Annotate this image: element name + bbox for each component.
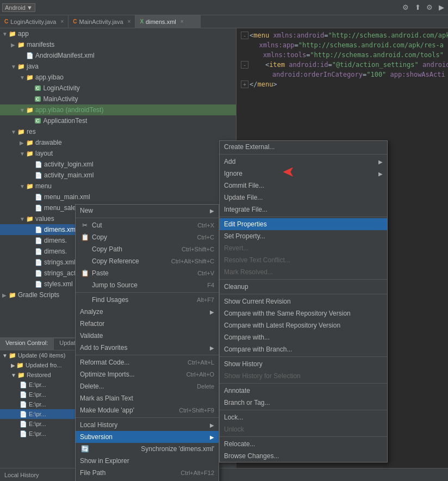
vc-icon-file1: 📄 — [20, 381, 27, 388]
submenu-compare-branch[interactable]: Compare with Branch... — [220, 343, 387, 355]
menu-make-module[interactable]: Make Module 'app' Ctrl+Shift+F9 — [76, 404, 219, 416]
menu-delete[interactable]: Delete... Delete — [76, 380, 219, 392]
menu-subversion[interactable]: Subversion ▶ — [76, 431, 219, 443]
submenu-divider-6 — [220, 383, 387, 384]
tree-item-menu-main-xml[interactable]: ▶ 📄 menu_main.xml — [0, 192, 236, 202]
menu-show-explorer[interactable]: Show in Explorer — [76, 455, 219, 467]
tab-login[interactable]: C LoginActivity.java × — [0, 15, 69, 28]
tree-item-res[interactable]: ▼ 📁 res — [0, 126, 236, 137]
submenu-integrate-file[interactable]: Integrate File... — [220, 203, 387, 215]
menu-paste[interactable]: 📋 Paste Ctrl+V — [76, 267, 219, 279]
submenu-create-external[interactable]: Create External... — [220, 141, 387, 153]
submenu-show-current-revision[interactable]: Show Current Revision — [220, 295, 387, 307]
bottom-status-bar: Local History — [0, 468, 448, 481]
tab-dimens-close[interactable]: × — [181, 18, 184, 24]
submenu-compare-latest[interactable]: Compare with Latest Repository Version — [220, 319, 387, 331]
submenu-set-property[interactable]: Set Property... — [220, 230, 387, 242]
submenu-browse-changes[interactable]: Browse Changes... — [220, 450, 387, 462]
menu-reformat-code[interactable]: Reformat Code... Ctrl+Alt+L — [76, 356, 219, 368]
menu-find-usages[interactable]: Find Usages Alt+F7 — [76, 294, 219, 306]
submenu-lock-label: Lock... — [224, 414, 243, 421]
vc-tab-version-control[interactable]: Version Control: — [0, 338, 54, 350]
menu-compare-file[interactable]: Compare File with Editor — [76, 479, 219, 481]
menu-optimize-imports[interactable]: Optimize Imports... Ctrl+Alt+O — [76, 368, 219, 380]
settings-icon[interactable]: ⚙ — [401, 3, 410, 12]
submenu-commit-file[interactable]: Commit File... — [220, 180, 387, 192]
xml-icon-dimens3: 📄 — [35, 248, 42, 255]
folder-icon-appyibao: 📁 — [26, 74, 34, 81]
menu-file-path[interactable]: File Path Ctrl+Alt+F12 — [76, 467, 219, 479]
submenu-ignore[interactable]: Ignore ▶ — [220, 168, 387, 180]
submenu-ignore-label: Ignore — [224, 170, 242, 177]
menu-copy-path[interactable]: Copy Path Ctrl+Shift+C — [76, 243, 219, 255]
android-dropdown[interactable]: Android ▼ — [2, 3, 35, 12]
fold-icon-6[interactable]: + — [241, 81, 248, 88]
tree-item-appyibao[interactable]: ▼ 📁 app.yibao — [0, 72, 236, 83]
submenu-unlock[interactable]: Unlock — [220, 423, 387, 435]
menu-add-favorites[interactable]: Add to Favorites ▶ — [76, 342, 219, 354]
folder-icon-menu: 📁 — [26, 183, 34, 190]
tab-main-close[interactable]: × — [128, 18, 131, 24]
tree-item-menu[interactable]: ▼ 📁 menu — [0, 181, 236, 192]
tab-main[interactable]: C MainActivity.java × — [69, 15, 135, 28]
menu-local-history[interactable]: Local History ▶ — [76, 419, 219, 431]
submenu-add-label: Add — [224, 158, 235, 165]
menu-copy-reference[interactable]: Copy Reference Ctrl+Alt+Shift+C — [76, 255, 219, 267]
submenu-compare-with[interactable]: Compare with... — [220, 331, 387, 343]
submenu-relocate[interactable]: Relocate... — [220, 438, 387, 450]
tab-login-close[interactable]: × — [60, 18, 64, 24]
submenu-compare-same-repo[interactable]: Compare with the Same Repository Version — [220, 307, 387, 319]
divider-4 — [76, 417, 219, 418]
submenu-show-history[interactable]: Show History — [220, 358, 387, 370]
fold-icon-4[interactable]: - — [241, 61, 248, 69]
arrow-drawable: ▶ — [20, 140, 25, 146]
menu-synchronize[interactable]: 🔄 Synchronize 'dimens.xml' — [76, 443, 219, 455]
title-bar-icons: ⚙ ⬆ ⚙ ▶ — [401, 3, 446, 12]
tree-item-layout[interactable]: ▼ 📁 layout — [0, 148, 236, 159]
submenu-cleanup[interactable]: Cleanup — [220, 281, 387, 293]
submenu-edit-properties[interactable]: Edit Properties — [220, 218, 387, 230]
submenu-show-history-selection[interactable]: Show History for Selection — [220, 370, 387, 382]
menu-copy-path-shortcut: Ctrl+Shift+C — [182, 246, 214, 252]
run-icon[interactable]: ▶ — [437, 3, 446, 12]
build-icon[interactable]: ⚙ — [425, 3, 434, 12]
tree-item-appyibao-test[interactable]: ▼ 📁 app.yibao (androidTest) — [0, 104, 236, 115]
folder-icon-manifests: 📁 — [17, 41, 25, 48]
tree-item-manifest-xml[interactable]: ▶ 📄 AndroidManifest.xml — [0, 50, 236, 61]
tree-item-mainactivity[interactable]: ▶ C MainActivity — [0, 94, 236, 104]
tree-item-apptest[interactable]: ▶ C ApplicationTest — [0, 115, 236, 126]
tree-item-drawable[interactable]: ▶ 📁 drawable — [0, 137, 236, 148]
tree-item-app[interactable]: ▼ 📁 app — [0, 28, 236, 39]
menu-validate[interactable]: Validate — [76, 330, 219, 342]
tab-dimens[interactable]: X dimens.xml × — [135, 15, 201, 28]
submenu-revert[interactable]: Revert... — [220, 242, 387, 254]
tree-item-manifests[interactable]: ▶ 📁 manifests — [0, 39, 236, 50]
menu-jump-source[interactable]: Jump to Source F4 — [76, 279, 219, 291]
tree-label-dimens-xml: dimens.xml — [44, 226, 77, 233]
menu-analyze[interactable]: Analyze ▶ — [76, 306, 219, 318]
code-text-4: <item android:id="@tid/action_settings" … — [250, 61, 448, 69]
submenu-resolve-text[interactable]: Resolve Text Conflict... — [220, 254, 387, 266]
submenu-update-file[interactable]: Update File... — [220, 192, 387, 203]
menu-new[interactable]: New ▶ — [76, 205, 219, 217]
submenu-add[interactable]: Add ▶ — [220, 156, 387, 168]
menu-copy[interactable]: 📋 Copy Ctrl+C — [76, 231, 219, 243]
submenu-resolve-text-label: Resolve Text Conflict... — [224, 256, 290, 264]
submenu-branch-tag[interactable]: Branch or Tag... — [220, 397, 387, 409]
menu-refactor[interactable]: Refactor — [76, 318, 219, 330]
submenu-lock[interactable]: Lock... — [220, 411, 387, 423]
submenu-mark-resolved-label: Mark Resolved... — [224, 268, 273, 276]
tree-item-loginactivity[interactable]: ▶ C LoginActivity — [0, 83, 236, 94]
submenu-mark-resolved[interactable]: Mark Resolved... — [220, 266, 387, 278]
tree-item-java[interactable]: ▼ 📁 java — [0, 61, 236, 72]
submenu-compare-same-repo-label: Compare with the Same Repository Version — [224, 310, 351, 317]
tree-item-main-xml[interactable]: ▶ 📄 activity_main.xml — [0, 170, 236, 181]
submenu-show-history-label: Show History — [224, 360, 263, 368]
upload-icon[interactable]: ⬆ — [413, 3, 422, 12]
menu-mark-plain-text[interactable]: Mark as Plain Text — [76, 392, 219, 404]
arrow-menu: ▼ — [20, 183, 25, 189]
fold-icon-1[interactable]: - — [241, 32, 248, 39]
tree-item-login-xml[interactable]: ▶ 📄 activity_login.xml — [0, 159, 236, 170]
menu-cut[interactable]: ✂ Cut Ctrl+X — [76, 219, 219, 231]
submenu-annotate[interactable]: Annotate — [220, 385, 387, 397]
